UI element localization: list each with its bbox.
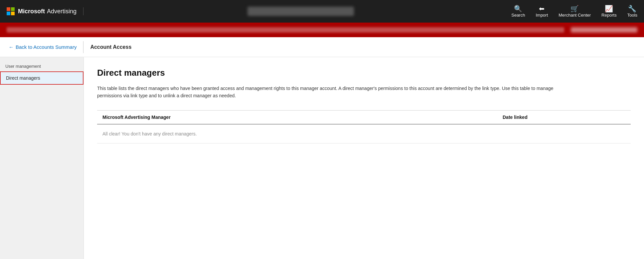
- merchant-center-nav-item[interactable]: 🛒 Merchant Center: [559, 5, 591, 18]
- sidebar-item-direct-managers[interactable]: Direct managers: [0, 71, 83, 85]
- logo-red: [7, 7, 10, 11]
- back-link-text: Back to Accounts Summary: [16, 44, 77, 50]
- import-label: Import: [536, 13, 548, 18]
- table-body: All clear! You don't have any direct man…: [97, 124, 631, 143]
- tools-icon: 🔧: [628, 5, 636, 12]
- logo-blue: [7, 12, 10, 15]
- notification-text-blurred: [7, 27, 564, 33]
- logo-yellow: [11, 12, 15, 15]
- reports-icon: 📈: [605, 5, 613, 12]
- content-area: Direct managers This table lists the dir…: [84, 57, 644, 259]
- table-empty-row: All clear! You don't have any direct man…: [97, 124, 631, 143]
- search-label: Search: [511, 13, 525, 18]
- reports-label: Reports: [601, 13, 617, 18]
- import-nav-item[interactable]: ⬅ Import: [536, 5, 548, 18]
- page-title: Direct managers: [97, 68, 631, 78]
- sidebar: User management Direct managers: [0, 57, 84, 259]
- nav-center-blurred-area: [90, 7, 511, 16]
- import-icon: ⬅: [539, 5, 545, 12]
- brand-text: Microsoft Advertising: [18, 8, 77, 15]
- direct-managers-table: Microsoft Advertising Manager Date linke…: [97, 110, 631, 143]
- brand-microsoft: Microsoft: [18, 8, 45, 15]
- table-header-row: Microsoft Advertising Manager Date linke…: [97, 110, 631, 124]
- content-description: This table lists the direct managers who…: [97, 85, 563, 100]
- table-header: Microsoft Advertising Manager Date linke…: [97, 110, 631, 124]
- main-layout: User management Direct managers Direct m…: [0, 57, 644, 259]
- column-manager: Microsoft Advertising Manager: [97, 110, 497, 124]
- search-icon: 🔍: [514, 5, 522, 12]
- brand-logo[interactable]: Microsoft Advertising: [7, 7, 83, 15]
- breadcrumb-current-page: Account Access: [85, 44, 137, 50]
- brand-advertising: Advertising: [47, 8, 77, 15]
- notification-bar: [0, 23, 644, 37]
- tools-label: Tools: [627, 13, 637, 18]
- blurred-account-info: [247, 7, 354, 16]
- top-navigation: Microsoft Advertising 🔍 Search ⬅ Import …: [0, 0, 644, 23]
- merchant-center-label: Merchant Center: [559, 13, 591, 18]
- sidebar-item-direct-managers-label: Direct managers: [6, 75, 40, 81]
- search-nav-item[interactable]: 🔍 Search: [511, 5, 525, 18]
- breadcrumb-divider: [83, 41, 83, 53]
- back-arrow-icon: ←: [9, 44, 14, 50]
- microsoft-logo: [7, 7, 15, 15]
- reports-nav-item[interactable]: 📈 Reports: [601, 5, 617, 18]
- nav-actions: 🔍 Search ⬅ Import 🛒 Merchant Center 📈 Re…: [511, 5, 637, 18]
- breadcrumb-bar: ← Back to Accounts Summary Account Acces…: [0, 37, 644, 57]
- sidebar-section-title: User management: [0, 60, 83, 71]
- notification-action-blurred: [571, 27, 637, 33]
- table-empty-message: All clear! You don't have any direct man…: [97, 124, 631, 143]
- column-date-linked: Date linked: [497, 110, 631, 124]
- back-to-accounts-link[interactable]: ← Back to Accounts Summary: [3, 44, 82, 50]
- merchant-center-icon: 🛒: [570, 5, 579, 12]
- logo-green: [11, 7, 15, 11]
- tools-nav-item[interactable]: 🔧 Tools: [627, 5, 637, 18]
